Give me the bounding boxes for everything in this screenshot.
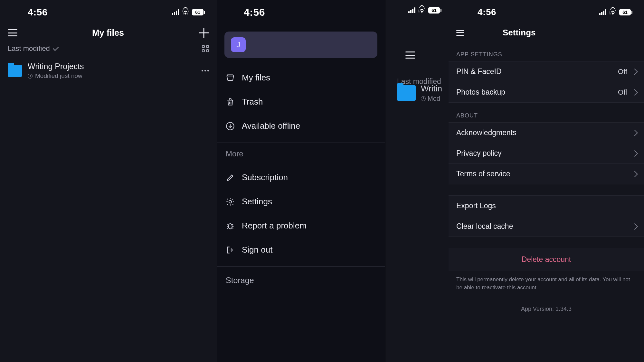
- sort-label: Last modified: [8, 44, 50, 53]
- group-app-settings-label: APP SETTINGS: [449, 42, 644, 61]
- wifi-icon: [418, 7, 426, 13]
- add-button[interactable]: [199, 28, 209, 38]
- nav-signout[interactable]: Sign out: [217, 238, 385, 262]
- status-icons: 61: [599, 9, 635, 15]
- sort-dropdown[interactable]: Last modified: [8, 44, 58, 53]
- svg-point-1: [229, 200, 232, 203]
- toolbar: Last modified: [0, 41, 217, 57]
- group-app-settings: PIN & FaceID Off Photos backup Off: [449, 61, 644, 103]
- app-version: App Version: 1.34.3: [449, 306, 644, 312]
- trash-icon: [226, 97, 235, 107]
- nav-more: Subscription Settings Report a problem S…: [217, 161, 385, 262]
- folder-icon: [8, 65, 22, 77]
- clock-icon: [421, 96, 426, 101]
- status-icons: 61: [172, 9, 208, 15]
- group-about-label: ABOUT: [449, 103, 644, 122]
- chevron-right-icon: [631, 89, 638, 96]
- gear-icon: [226, 197, 235, 206]
- hamburger-icon[interactable]: [405, 51, 415, 59]
- group-misc: Export Logs Clear local cache: [449, 195, 644, 237]
- chevron-down-icon: [53, 45, 59, 51]
- signout-icon: [226, 246, 235, 255]
- page-title: My files: [92, 28, 124, 38]
- file-row-peek: Writin Mod: [397, 84, 442, 102]
- battery-icon: 61: [428, 7, 441, 14]
- file-row[interactable]: Writing Projects Modified just now: [0, 57, 217, 84]
- screen-my-files: 4:56 61 My files Last modified: [0, 0, 217, 362]
- screen-drawer: 4:56 J My files Trash Available offline: [217, 0, 449, 362]
- group-about: Acknowledgments Privacy policy Terms of …: [449, 122, 644, 184]
- drive-icon: [226, 73, 235, 82]
- page-title: Settings: [503, 28, 536, 38]
- delete-account-button[interactable]: Delete account: [449, 248, 644, 271]
- chevron-right-icon: [631, 69, 638, 75]
- nav-subscription[interactable]: Subscription: [217, 165, 385, 190]
- cellular-icon: [408, 7, 415, 13]
- file-meta: Writing Projects Modified just now: [28, 62, 196, 79]
- status-bar: 4:56 61: [449, 0, 644, 21]
- download-circle-icon: [226, 122, 235, 131]
- nav-report[interactable]: Report a problem: [217, 214, 385, 238]
- more-actions-button[interactable]: [202, 70, 209, 71]
- chevron-right-icon: [631, 150, 638, 157]
- status-bar: 4:56 61: [0, 0, 217, 21]
- file-name-peek: Writin: [421, 84, 442, 94]
- row-clear-cache[interactable]: Clear local cache: [449, 216, 644, 237]
- hamburger-icon[interactable]: [456, 30, 464, 36]
- wifi-icon: [609, 9, 617, 15]
- cellular-icon: [599, 9, 606, 15]
- row-privacy[interactable]: Privacy policy: [449, 143, 644, 163]
- pencil-icon: [226, 173, 235, 182]
- folder-icon: [397, 85, 416, 101]
- row-acknowledgments[interactable]: Acknowledgments: [449, 122, 644, 143]
- nav-primary: My files Trash Available offline: [217, 61, 385, 138]
- nav-trash[interactable]: Trash: [217, 90, 385, 114]
- header: My files: [0, 21, 217, 41]
- nav-settings[interactable]: Settings: [217, 190, 385, 214]
- avatar: J: [231, 37, 246, 52]
- drawer-backdrop[interactable]: 61 Last modified Writin Mod: [385, 0, 449, 362]
- row-terms[interactable]: Terms of service: [449, 163, 644, 184]
- row-export-logs[interactable]: Export Logs: [449, 195, 644, 216]
- section-more-label: More: [217, 143, 385, 161]
- status-time: 4:56: [9, 7, 48, 18]
- hamburger-icon[interactable]: [8, 29, 17, 36]
- chevron-right-icon: [631, 223, 638, 230]
- delete-note: This will permanently delete your accoun…: [449, 271, 644, 292]
- section-storage-label: Storage: [217, 266, 385, 288]
- status-time: 4:56: [217, 6, 265, 18]
- wifi-icon: [182, 9, 189, 15]
- account-card[interactable]: J: [224, 32, 377, 58]
- row-photos-backup[interactable]: Photos backup Off: [449, 82, 644, 103]
- row-pin-faceid[interactable]: PIN & FaceID Off: [449, 61, 644, 82]
- file-name: Writing Projects: [28, 62, 196, 71]
- battery-icon: 61: [192, 9, 205, 15]
- screen-settings: 4:56 61 Settings APP SETTINGS PIN & Face…: [449, 0, 644, 362]
- nav-drawer: 4:56 J My files Trash Available offline: [217, 0, 385, 362]
- clock-icon: [28, 74, 33, 79]
- nav-my-files[interactable]: My files: [217, 66, 385, 90]
- svg-point-2: [228, 224, 232, 229]
- battery-icon: 61: [619, 9, 632, 15]
- status-bar: 4:56: [217, 0, 385, 21]
- status-time: 4:56: [458, 7, 496, 17]
- view-toggle-button[interactable]: [202, 45, 209, 52]
- status-icons: 61: [408, 7, 444, 14]
- chevron-right-icon: [631, 171, 638, 177]
- cellular-icon: [172, 9, 179, 15]
- nav-offline[interactable]: Available offline: [217, 114, 385, 138]
- header: Settings: [449, 21, 644, 42]
- bug-icon: [226, 221, 235, 230]
- file-subtitle: Modified just now: [28, 72, 196, 79]
- chevron-right-icon: [631, 130, 638, 136]
